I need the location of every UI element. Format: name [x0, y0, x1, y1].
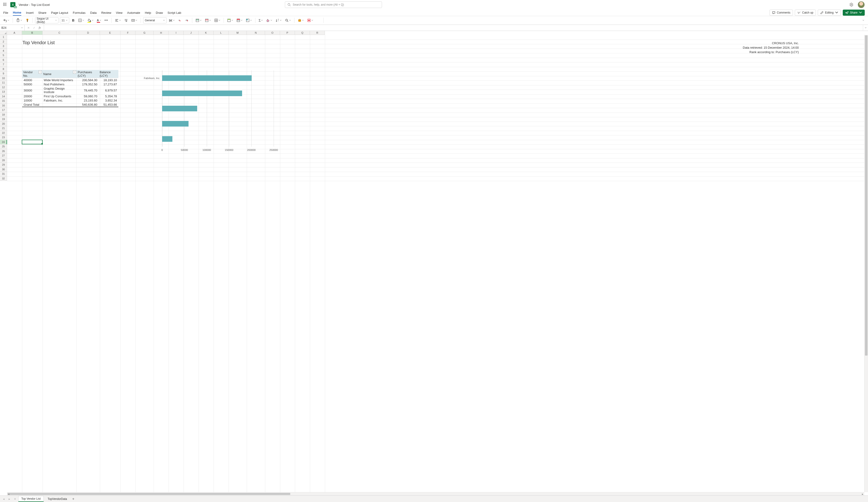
tab-review[interactable]: Review — [101, 10, 111, 16]
table-cell[interactable]: Nod Publishers — [42, 82, 77, 86]
tab-script-lab[interactable]: Script Lab — [167, 10, 181, 16]
row-header[interactable]: 21 — [0, 126, 7, 131]
table-header[interactable]: Name — [42, 70, 77, 78]
row-header[interactable]: 22 — [0, 131, 7, 135]
borders-button[interactable] — [77, 17, 85, 23]
add-sheet-button[interactable]: + — [71, 496, 75, 501]
editing-mode-button[interactable]: Editing — [818, 10, 841, 16]
font-name-select[interactable]: Segoe UI (Body) — [35, 17, 59, 23]
cell-styles-button[interactable] — [245, 17, 253, 23]
tab-data[interactable]: Data — [90, 10, 96, 16]
find-button[interactable] — [284, 17, 292, 23]
sort-filter-button[interactable] — [275, 17, 282, 23]
table-cell[interactable]: 18,193.10 — [99, 78, 118, 82]
sensitivity-button[interactable] — [297, 17, 305, 23]
font-color-button[interactable]: A — [96, 17, 102, 23]
format-painter-button[interactable] — [24, 17, 30, 23]
row-header[interactable]: 15 — [0, 99, 7, 103]
table-cell[interactable]: 6,979.57 — [99, 86, 118, 94]
table-cell[interactable]: 5,354.78 — [99, 94, 118, 99]
name-box[interactable]: B24 — [0, 25, 24, 31]
row-header[interactable]: 10 — [0, 76, 7, 81]
formula-bar-expand-button[interactable] — [863, 25, 868, 31]
fx-button[interactable]: fx — [37, 25, 42, 31]
tab-automate[interactable]: Automate — [127, 10, 140, 16]
ribbon-collapse-button[interactable] — [862, 19, 866, 22]
column-header[interactable]: Q — [295, 31, 310, 35]
sheet-tab-top-vendor-data[interactable]: TopVendorData — [45, 496, 70, 502]
table-cell[interactable]: 200,584.30 — [77, 78, 99, 82]
cancel-formula-button[interactable]: ✕ — [26, 25, 31, 31]
decrease-decimal-button[interactable]: .0 — [177, 17, 183, 23]
row-header[interactable]: 12 — [0, 85, 7, 90]
row-header[interactable]: 6 — [0, 58, 7, 62]
search-input[interactable]: Search for tools, help, and more (Alt + … — [285, 1, 382, 8]
copilot-button[interactable] — [316, 17, 321, 23]
row-header[interactable]: 7 — [0, 62, 7, 67]
filter-button[interactable] — [73, 70, 76, 74]
table-row[interactable]: 40000Wide World Importers200,584.3018,19… — [22, 78, 118, 82]
column-header[interactable]: G — [135, 31, 154, 35]
table-header[interactable]: Balance (LCY) — [99, 70, 118, 78]
tab-draw[interactable]: Draw — [156, 10, 163, 16]
row-header[interactable]: 4 — [0, 49, 7, 53]
column-header[interactable]: R — [310, 31, 325, 35]
column-header[interactable]: L — [214, 31, 228, 35]
more-font-button[interactable]: ••• — [104, 17, 109, 23]
document-title[interactable]: Vendor - Top List Excel — [19, 3, 50, 7]
row-header[interactable]: 31 — [0, 172, 7, 176]
column-headers[interactable]: ABCDEFGHIJKLMNOPQR — [7, 31, 864, 35]
table-cell[interactable]: 59,060.70 — [77, 94, 99, 99]
column-header[interactable]: J — [184, 31, 199, 35]
increase-decimal-button[interactable]: .00 — [184, 17, 190, 23]
chart-bar[interactable] — [162, 75, 252, 81]
addins-button[interactable] — [306, 17, 314, 23]
table-row[interactable]: 30000Graphic Design Institute78,445.706,… — [22, 86, 118, 94]
catch-up-button[interactable]: Catch up — [795, 10, 816, 16]
tab-formulas[interactable]: Formulas — [73, 10, 85, 16]
vertical-scrollbar[interactable] — [864, 35, 868, 492]
horizontal-scrollbar[interactable]: ◂ ▸ — [7, 492, 864, 495]
row-header[interactable]: 8 — [0, 67, 7, 72]
scroll-right-button[interactable]: ▸ — [861, 492, 864, 495]
row-header[interactable]: 26 — [0, 149, 7, 154]
formula-input[interactable] — [44, 25, 863, 31]
table-cell[interactable]: Fabrikam, Inc. — [42, 99, 77, 103]
row-header[interactable]: 28 — [0, 158, 7, 163]
table-header[interactable]: Purchases (LCY) — [77, 70, 99, 78]
row-header[interactable]: 30 — [0, 167, 7, 172]
row-header[interactable]: 32 — [0, 176, 7, 181]
row-header[interactable]: 29 — [0, 163, 7, 167]
user-avatar[interactable] — [858, 1, 865, 8]
tab-file[interactable]: File — [3, 10, 8, 16]
table-row[interactable]: 50000Nod Publishers179,352.5017,273.87 — [22, 82, 118, 86]
column-header[interactable]: K — [199, 31, 214, 35]
sheet-nav-next[interactable]: ▸ — [7, 496, 12, 501]
sheet-nav-prev[interactable]: ◂ — [1, 496, 6, 501]
column-header[interactable]: P — [280, 31, 295, 35]
table-cell[interactable]: 30000 — [22, 86, 42, 94]
row-header[interactable]: 2 — [0, 40, 7, 44]
paste-button[interactable] — [15, 17, 23, 23]
table-cell[interactable]: 179,352.50 — [77, 82, 99, 86]
table-cell[interactable]: Wide World Importers — [42, 78, 77, 82]
column-header[interactable]: C — [43, 31, 76, 35]
table-row[interactable]: 20000First Up Consultants59,060.705,354.… — [22, 94, 118, 99]
row-header[interactable]: 9 — [0, 71, 7, 76]
align-button[interactable] — [114, 17, 122, 23]
tab-share[interactable]: Share — [38, 10, 46, 16]
selected-cell[interactable] — [22, 140, 43, 145]
column-header[interactable]: E — [100, 31, 121, 35]
column-header[interactable]: H — [154, 31, 169, 35]
scroll-left-button[interactable]: ◂ — [7, 492, 10, 495]
comments-button[interactable]: Comments — [769, 10, 793, 16]
font-size-select[interactable]: 11 — [60, 17, 69, 23]
clear-button[interactable] — [265, 17, 273, 23]
table-cell[interactable]: First Up Consultants — [42, 94, 77, 99]
delete-cells-button[interactable] — [204, 17, 212, 23]
row-header[interactable]: 3 — [0, 44, 7, 49]
table-cell[interactable]: 40000 — [22, 78, 42, 82]
settings-icon[interactable] — [849, 2, 854, 7]
table-total-row[interactable]: Grand Total540,636.8051,453.66 — [22, 103, 118, 107]
table-cell[interactable]: 23,193.60 — [77, 99, 99, 103]
